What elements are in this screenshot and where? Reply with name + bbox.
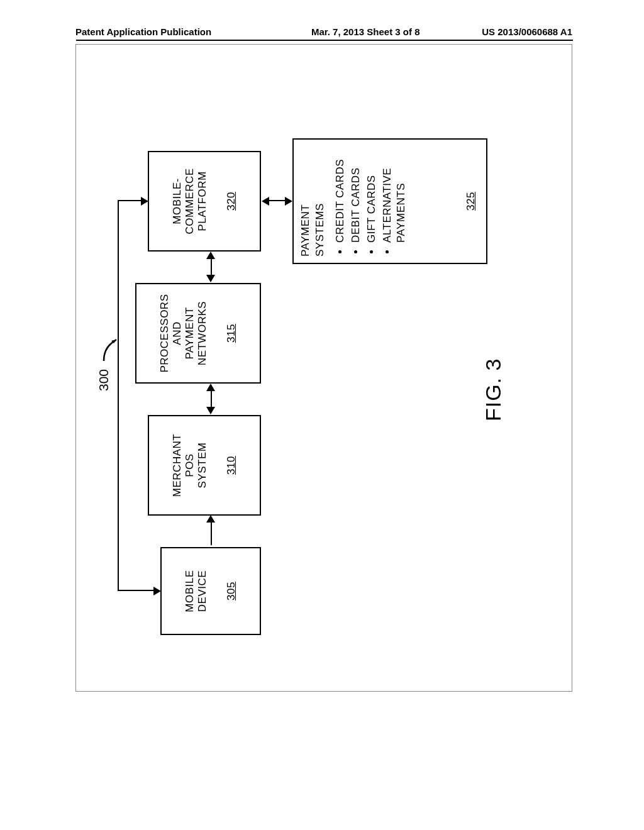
arrowhead-icon — [206, 275, 215, 282]
connector-line — [211, 391, 212, 407]
node-text-line: COMMERCE — [184, 168, 196, 234]
node-mobile-device: MOBILE DEVICE 305 — [160, 547, 261, 635]
figure-caption: FIG. 3 — [481, 358, 506, 421]
header-left: Patent Application Publication — [75, 26, 211, 37]
node-ref: 320 — [225, 192, 238, 211]
flow-diagram: 300 MOBILE DEVICE 305 MERCHANT POS SYSTE… — [104, 94, 544, 641]
connector-line — [118, 200, 141, 201]
node-text-line: MOBILE- — [171, 178, 184, 224]
header-rule — [76, 40, 573, 41]
figure-reference-number: 300 — [96, 369, 111, 391]
node-text-line: MOBILE — [184, 570, 196, 612]
node-text-line: AND — [171, 321, 184, 345]
node-ref: 315 — [225, 324, 238, 343]
node-text-line: PROCESSORS — [158, 294, 171, 373]
node-text-line: SYSTEM — [196, 443, 209, 489]
node-mobile-commerce-platform: MOBILE- COMMERCE PLATFORM 320 — [148, 151, 261, 252]
connector-line — [118, 201, 119, 591]
node-text-line: MERCHANT — [171, 434, 184, 497]
list-item: ALTERNATIVE PAYMENTS — [380, 146, 408, 243]
node-processors-payment-networks: PROCESSORS AND PAYMENT NETWORKS 315 — [135, 283, 261, 384]
node-text-line: PLATFORM — [196, 171, 209, 231]
arrowhead-icon — [285, 197, 292, 206]
arrowhead-icon — [262, 197, 269, 206]
header-right: US 2013/0060688 A1 — [482, 26, 572, 37]
connector-line — [118, 590, 153, 591]
node-text-line: POS — [184, 453, 196, 477]
header-center: Mar. 7, 2013 Sheet 3 of 8 — [211, 26, 482, 37]
node-ref: 310 — [225, 456, 238, 475]
node-text-line: DEVICE — [196, 570, 209, 612]
arrowhead-icon — [206, 515, 215, 523]
node-text-line: SYSTEMS — [313, 203, 328, 257]
connector-line — [211, 523, 212, 545]
list-item: CREDIT CARDS — [333, 146, 347, 243]
node-ref: 305 — [225, 582, 238, 600]
node-merchant-pos: MERCHANT POS SYSTEM 310 — [148, 415, 261, 516]
node-ref: 325 — [465, 192, 477, 211]
node-text-line: NETWORKS — [196, 301, 209, 365]
diagram-viewport: 300 MOBILE DEVICE 305 MERCHANT POS SYSTE… — [104, 94, 544, 641]
node-text-line: PAYMENT — [299, 204, 313, 257]
node-payment-systems: PAYMENT SYSTEMS CREDIT CARDS DEBIT CARDS… — [292, 138, 487, 264]
arrowhead-icon — [206, 384, 215, 391]
payment-list: CREDIT CARDS DEBIT CARDS GIFT CARDS ALTE… — [331, 146, 410, 257]
list-item: GIFT CARDS — [365, 146, 379, 243]
connector-line — [211, 259, 212, 275]
connector-line — [269, 200, 285, 201]
leader-line-icon — [103, 333, 116, 362]
node-text-line: PAYMENT — [184, 307, 196, 359]
arrowhead-icon — [206, 252, 215, 259]
arrowhead-icon — [206, 407, 215, 414]
page-header: Patent Application Publication Mar. 7, 2… — [75, 26, 572, 37]
list-item: DEBIT CARDS — [349, 146, 363, 243]
